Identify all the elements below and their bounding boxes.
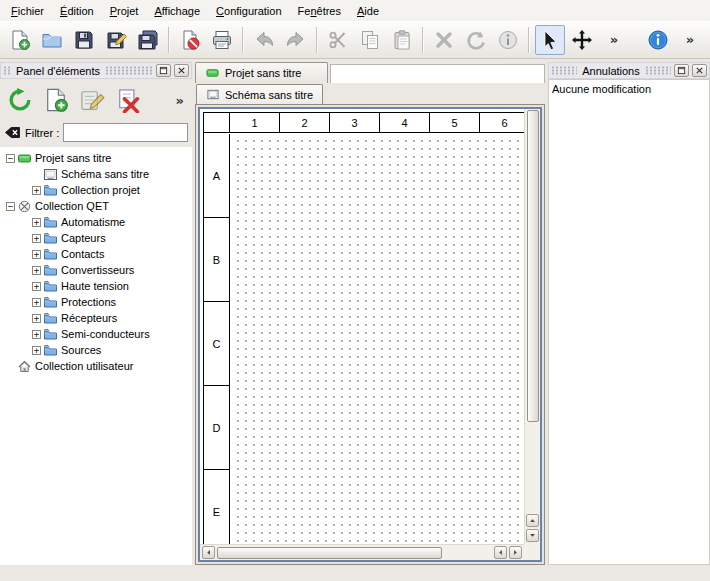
tree-item-label: Haute tension [61,280,129,292]
tree-item-convertisseurs[interactable]: +Convertisseurs [2,262,192,278]
redo-button[interactable] [281,25,311,55]
save-button[interactable] [69,25,99,55]
undo-history-list[interactable]: Aucune modification [548,79,710,565]
expand-toggle[interactable]: + [32,234,41,243]
save-all-button[interactable] [133,25,163,55]
elements-panel-titlebar[interactable]: Panel d'éléments [0,62,192,79]
close-panel-button[interactable] [174,64,189,77]
expand-toggle[interactable]: + [32,250,41,259]
help-overflow-button[interactable]: » [675,25,705,55]
tree-item-haute-tension[interactable]: +Haute tension [2,278,192,294]
expand-toggle[interactable]: + [32,266,41,275]
select-mode-button[interactable] [535,25,565,55]
filter-input[interactable] [63,123,188,142]
tab-schema[interactable]: Schéma sans titre [196,84,323,104]
column-header: 4 [380,113,430,132]
pan-mode-button[interactable] [567,25,597,55]
expand-toggle[interactable]: + [32,330,41,339]
tree-item-label: Contacts [61,248,104,260]
new-document-button[interactable] [5,25,35,55]
about-button[interactable] [643,25,673,55]
modes-overflow-button[interactable]: » [599,25,629,55]
scroll-up-button[interactable] [526,514,539,527]
tree-item-semi-conducteurs[interactable]: +Semi-conducteurs [2,326,192,342]
arrow-up-icon [529,517,536,524]
menu-projet[interactable]: Projet [102,2,147,20]
menu-fenetres[interactable]: Fenêtres [290,2,349,20]
tree-item-collection-qet[interactable]: −Collection QET [2,198,192,214]
expand-toggle[interactable]: + [32,298,41,307]
horizontal-scrollbar[interactable] [200,544,524,560]
menu-configuration[interactable]: Configuration [208,2,289,20]
tree-item-capteurs[interactable]: +Capteurs [2,230,192,246]
folder-blue-icon [44,264,57,277]
collapse-toggle[interactable]: − [6,202,15,211]
expand-toggle[interactable]: + [32,314,41,323]
cut-button[interactable] [323,25,353,55]
scroll-right-button[interactable] [509,546,522,559]
element-info-button[interactable] [493,25,523,55]
grid-area[interactable] [231,134,524,544]
scissors-icon [327,29,349,51]
tree-item-automatisme[interactable]: +Automatisme [2,214,192,230]
panel-overflow-button[interactable]: » [170,94,190,107]
new-document-icon [9,29,31,51]
open-document-button[interactable] [37,25,67,55]
copy-button[interactable] [355,25,385,55]
tree-item-projet-sans-titre[interactable]: −Projet sans titre [2,150,192,166]
save-as-floppy-icon [105,29,127,51]
menu-fichier[interactable]: Fichier [3,2,52,20]
tree-item-collection-projet[interactable]: +Collection projet [2,182,192,198]
scroll-down-button[interactable] [526,529,539,542]
print-button[interactable] [207,25,237,55]
toolbar-separator [422,27,424,53]
tree-item-sources[interactable]: +Sources [2,342,192,358]
reload-collections-button[interactable] [3,83,37,117]
tree-item-recepteurs[interactable]: +Récepteurs [2,310,192,326]
status-bar [0,565,710,581]
clear-filter-button[interactable] [4,124,21,141]
menu-affichage[interactable]: Affichage [146,2,208,20]
expand-toggle[interactable]: + [32,282,41,291]
undo-button[interactable] [249,25,279,55]
expand-toggle[interactable]: + [32,346,41,355]
undo-panel-titlebar[interactable]: Annulations [548,62,710,79]
expand-toggle[interactable]: + [32,186,41,195]
schema-viewport[interactable]: 123456 ABCDE [200,109,524,544]
save-as-button[interactable] [101,25,131,55]
close-document-button[interactable] [175,25,205,55]
rotate-button[interactable] [461,25,491,55]
row-header: B [204,218,229,302]
close-undo-panel-button[interactable] [692,64,707,77]
tree-item-schema-sans-titre[interactable]: Schéma sans titre [2,166,192,182]
tree-item-contacts[interactable]: +Contacts [2,246,192,262]
scroll-left-secondary-button[interactable] [494,546,507,559]
tab-project[interactable]: Projet sans titre [195,62,328,83]
new-element-button[interactable] [39,83,73,117]
tree-item-protections[interactable]: +Protections [2,294,192,310]
scroll-left-button[interactable] [202,546,215,559]
paste-page-icon [391,29,413,51]
edit-element-button[interactable] [75,83,109,117]
menu-aide[interactable]: Aide [349,2,387,20]
expand-toggle[interactable]: + [32,218,41,227]
menu-edition[interactable]: Édition [52,2,102,20]
float-panel-button[interactable] [156,64,171,77]
close-icon [695,66,704,75]
float-undo-panel-button[interactable] [674,64,689,77]
tree-item-collection-utilisateur[interactable]: Collection utilisateur [2,358,192,374]
schema-tabbar: Schéma sans titre [195,83,545,104]
vertical-scrollbar[interactable] [524,109,540,544]
open-folder-icon [41,29,63,51]
paste-button[interactable] [387,25,417,55]
hscroll-thumb[interactable] [217,547,442,559]
vscroll-thumb[interactable] [527,110,539,422]
delete-button[interactable] [429,25,459,55]
filter-label: Filtrer : [25,127,59,139]
delete-element-button[interactable] [111,83,145,117]
home-icon [18,360,31,373]
toolbar-separator [528,27,530,53]
toolbar-separator [168,27,170,53]
chevron-double-icon: » [176,94,184,107]
collapse-toggle[interactable]: − [6,154,15,163]
